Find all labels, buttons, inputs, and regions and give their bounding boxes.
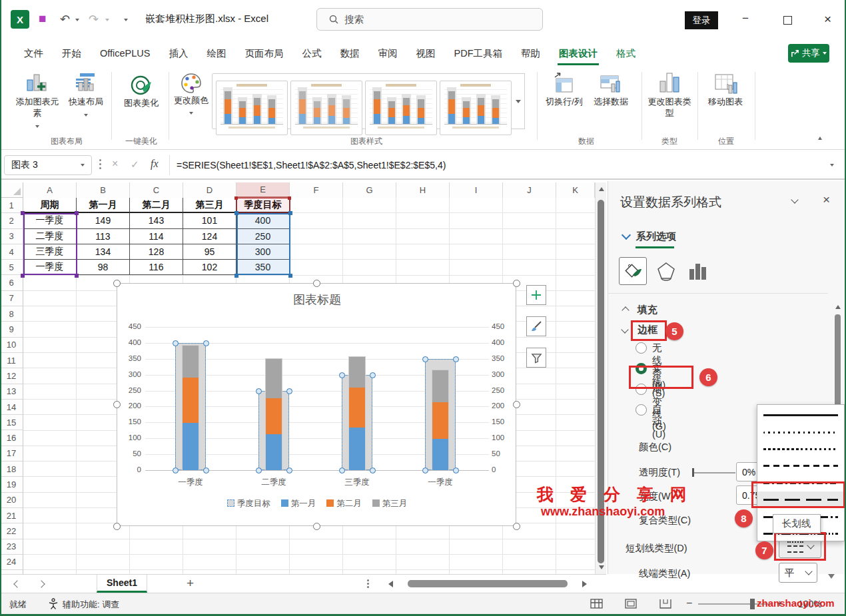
- save-icon[interactable]: ■: [39, 11, 46, 26]
- row-header-12[interactable]: 12: [0, 368, 23, 384]
- cell-C2[interactable]: 143: [130, 213, 183, 228]
- row-header-1[interactable]: 1: [0, 198, 23, 213]
- ribbon-tab-1[interactable]: 开始: [53, 42, 91, 65]
- row-header-7[interactable]: 7: [0, 291, 23, 306]
- column-header-G[interactable]: G: [343, 182, 396, 198]
- tabbar-menu-icon[interactable]: [367, 579, 369, 581]
- row-header-5[interactable]: 5: [0, 260, 23, 275]
- dash-option-dash[interactable]: [757, 458, 844, 474]
- excel-app-icon[interactable]: X: [11, 10, 29, 29]
- stacked-bar-0[interactable]: [182, 345, 199, 470]
- row-header-10[interactable]: 10: [0, 338, 23, 353]
- cell-B3[interactable]: 113: [77, 229, 130, 244]
- pane-scroll-up-icon[interactable]: [835, 305, 841, 309]
- quick-layout-button[interactable]: 快速布局: [64, 72, 108, 121]
- row-header-4[interactable]: 4: [0, 244, 23, 260]
- undo-dropdown-icon[interactable]: [75, 19, 79, 21]
- bar-segment-第三月[interactable]: [266, 359, 282, 398]
- maximize-button[interactable]: [783, 16, 792, 25]
- bar-segment-第一月[interactable]: [349, 428, 365, 470]
- page-break-view-icon[interactable]: [659, 599, 671, 609]
- bar-segment-第三月[interactable]: [349, 357, 365, 387]
- scroll-down-icon[interactable]: [599, 565, 604, 569]
- chart-selection-handle[interactable]: [113, 401, 121, 408]
- bar-segment-第一月[interactable]: [432, 439, 448, 470]
- bar-segment-第一月[interactable]: [266, 434, 282, 470]
- chart-object[interactable]: 图表标题 00505010010015015020020025025030030…: [117, 283, 516, 526]
- style-thumbnail-1[interactable]: [216, 81, 288, 135]
- undo-icon[interactable]: ↶: [60, 12, 70, 27]
- cancel-icon[interactable]: ×: [112, 158, 118, 170]
- stacked-bar-1[interactable]: [265, 358, 282, 470]
- cell-B5[interactable]: 98: [77, 260, 130, 275]
- ribbon-tab-10[interactable]: PDF工具箱: [445, 42, 512, 65]
- bar-segment-第二月[interactable]: [432, 402, 448, 439]
- formula-expand-icon[interactable]: [830, 164, 834, 166]
- style-thumbnail-4[interactable]: [440, 81, 512, 135]
- chart-legend[interactable]: 季度目标第一月第二月第三月: [117, 498, 517, 509]
- cell-B4[interactable]: 134: [77, 244, 130, 260]
- ribbon-tab-8[interactable]: 审阅: [369, 42, 407, 65]
- ribbon-tab-4[interactable]: 绘图: [198, 42, 236, 65]
- cap-type-dropdown[interactable]: 平: [779, 563, 817, 583]
- redo-dropdown-icon[interactable]: [105, 19, 109, 21]
- row-header-13[interactable]: 13: [0, 384, 23, 400]
- column-header-D[interactable]: D: [183, 182, 236, 198]
- ribbon-tab-0[interactable]: 文件: [15, 42, 53, 65]
- column-header-J[interactable]: J: [503, 182, 556, 198]
- hscroll-left-icon[interactable]: [388, 581, 393, 587]
- insert-function-icon[interactable]: fx: [151, 158, 159, 170]
- zoom-out-icon[interactable]: −: [686, 597, 692, 609]
- cell-D2[interactable]: 101: [183, 213, 236, 228]
- zoom-slider-thumb[interactable]: [750, 599, 755, 609]
- cell-B1[interactable]: 第一月: [77, 198, 130, 213]
- series-options-tab[interactable]: [688, 262, 707, 282]
- chart-selection-handle[interactable]: [113, 523, 121, 530]
- fill-expand-icon[interactable]: [622, 306, 629, 314]
- minimize-button[interactable]: −: [742, 12, 749, 25]
- ribbon-tab-7[interactable]: 数据: [331, 42, 369, 65]
- horizontal-scroll-thumb[interactable]: [408, 580, 568, 587]
- cell-B2[interactable]: 149: [77, 213, 130, 228]
- prev-sheet-icon[interactable]: [13, 580, 21, 587]
- close-button[interactable]: ×: [824, 12, 831, 27]
- fill-group-label[interactable]: 填充: [637, 304, 657, 316]
- border-collapse-icon[interactable]: [621, 326, 628, 333]
- stacked-bar-3[interactable]: [432, 370, 449, 470]
- ribbon-tab-5[interactable]: 页面布局: [236, 42, 293, 65]
- enter-icon[interactable]: ✓: [131, 158, 139, 170]
- switch-row-col-button[interactable]: 切换行/列: [542, 72, 586, 107]
- legend-item-第三月[interactable]: 第三月: [372, 498, 408, 509]
- page-layout-view-icon[interactable]: [625, 599, 637, 609]
- chart-selection-handle[interactable]: [313, 280, 320, 287]
- chart-selection-handle[interactable]: [513, 523, 520, 530]
- cell-C4[interactable]: 128: [130, 244, 183, 260]
- column-header-A[interactable]: A: [23, 182, 77, 198]
- chart-elements-button[interactable]: [526, 285, 546, 305]
- row-header-8[interactable]: 8: [0, 306, 23, 322]
- ribbon-tab-3[interactable]: 插入: [160, 42, 198, 65]
- share-button[interactable]: 共享: [788, 44, 829, 63]
- add-chart-element-button[interactable]: 添加图表元素: [12, 72, 63, 132]
- transparency-slider-track[interactable]: [694, 472, 735, 473]
- status-accessibility[interactable]: 辅助功能: 调查: [63, 599, 119, 611]
- column-header-E[interactable]: E: [236, 182, 290, 198]
- bar-segment-第二月[interactable]: [183, 378, 199, 423]
- normal-view-icon[interactable]: [590, 599, 603, 609]
- row-header-20[interactable]: 20: [0, 493, 23, 508]
- change-chart-type-button[interactable]: 更改图表类型: [647, 72, 691, 119]
- row-header-23[interactable]: 23: [0, 539, 23, 555]
- dash-option-round-dot[interactable]: [757, 424, 844, 440]
- legend-item-第一月[interactable]: 第一月: [281, 498, 316, 509]
- bar-segment-第二月[interactable]: [349, 388, 365, 428]
- cell-C3[interactable]: 114: [130, 229, 183, 244]
- row-header-17[interactable]: 17: [0, 446, 23, 462]
- cell-D4[interactable]: 95: [183, 244, 236, 260]
- column-header-K[interactable]: K: [556, 182, 595, 198]
- bar-segment-第三月[interactable]: [432, 370, 448, 402]
- row-header-2[interactable]: 2: [0, 213, 23, 228]
- chart-selection-handle[interactable]: [513, 280, 520, 287]
- cell-A1[interactable]: 周期: [23, 198, 77, 213]
- row-header-6[interactable]: 6: [0, 275, 23, 290]
- legend-item-第二月[interactable]: 第二月: [326, 498, 362, 509]
